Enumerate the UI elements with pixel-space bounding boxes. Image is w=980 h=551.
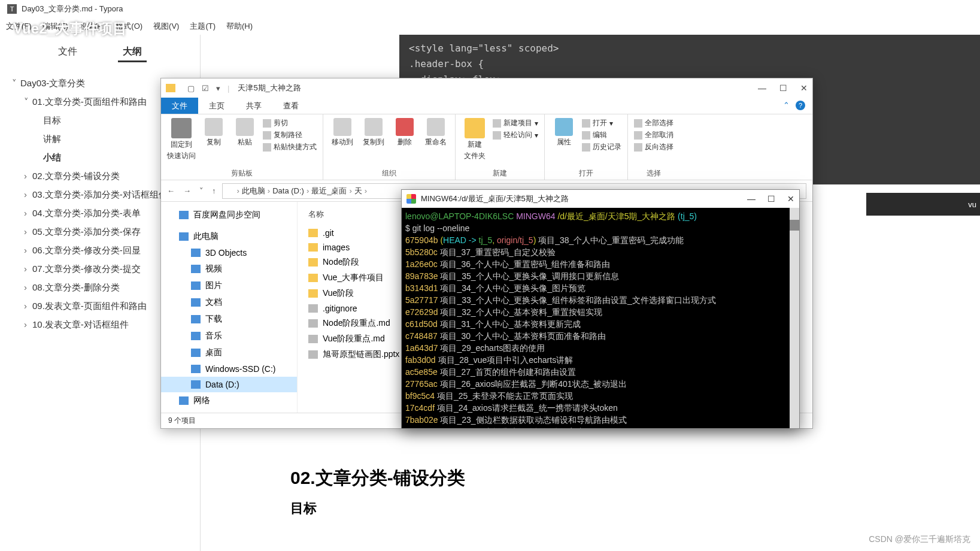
newitem-button[interactable]: 新建项目 ▾ [493, 118, 538, 128]
invert-button[interactable]: 反向选择 [634, 142, 673, 152]
menu-item[interactable]: 主题(T) [190, 21, 216, 32]
terminal-titlebar[interactable]: MINGW64:/d/最近_桌面/天津5期_大神之路 — ☐ ✕ [402, 190, 799, 208]
ribbon-collapse-icon[interactable]: ⌃ [783, 101, 790, 110]
dark-tab-bar: vu [866, 193, 980, 216]
copyto-button[interactable]: 复制到 [360, 118, 387, 147]
invert-icon [634, 143, 642, 152]
nav-item[interactable]: 网络 [161, 392, 297, 409]
scrollbar[interactable] [790, 208, 799, 428]
easyaccess-icon [493, 131, 501, 140]
rename-button[interactable]: 重命名 [423, 118, 449, 147]
delete-button[interactable]: 删除 [392, 118, 418, 147]
selectall-button[interactable]: 全部选择 [634, 118, 673, 128]
shortcut-icon [263, 143, 271, 152]
drive-icon [191, 298, 201, 307]
path-icon [263, 131, 271, 140]
properties-button[interactable]: 属性 [551, 118, 577, 147]
content-heading-3: 目标 [290, 499, 317, 517]
paste-shortcut-button[interactable]: 粘贴快捷方式 [263, 142, 317, 152]
nav-item[interactable]: 此电脑 [161, 228, 297, 245]
drive-icon [191, 380, 201, 389]
qat-dropdown-icon[interactable]: ▾ [216, 84, 220, 93]
outline-label: 04.文章分类-添加分类-表单 [32, 208, 141, 218]
nav-item[interactable]: 文档 [161, 294, 297, 311]
typora-menubar[interactable]: 文件(F)编辑(E)段落(P)格式(O)视图(V)主题(T)帮助(H) [0, 18, 980, 35]
term-maximize-button[interactable]: ☐ [767, 194, 775, 204]
sidebar-tab-files[interactable]: 文件 [53, 43, 82, 62]
term-close-button[interactable]: ✕ [787, 194, 794, 204]
nav-item[interactable]: Data (D:) [161, 377, 297, 392]
outline-label: 10.发表文章-对话框组件 [32, 319, 129, 329]
nav-forward-icon[interactable]: → [183, 186, 191, 195]
close-button[interactable]: ✕ [800, 83, 808, 93]
outline-label: Day03-文章分类 [20, 78, 85, 88]
terminal-window[interactable]: MINGW64:/d/最近_桌面/天津5期_大神之路 — ☐ ✕ lenovo@… [401, 189, 800, 429]
nav-recent-icon[interactable]: ˅ [199, 186, 204, 195]
ribbon-tab-home[interactable]: 主页 [198, 98, 235, 114]
drive-icon [191, 332, 201, 340]
history-button[interactable]: 历史记录 [582, 142, 621, 152]
outline-label: 07.文章分类-修改分类-提交 [32, 264, 141, 274]
outline-label: 小结 [43, 152, 61, 162]
help-icon[interactable]: ? [796, 101, 805, 110]
newitem-icon [493, 119, 501, 128]
qat-check-icon[interactable]: ☑ [202, 84, 209, 93]
paste-button[interactable]: 粘贴 [232, 118, 258, 147]
explorer-title-text: 天津5期_大神之路 [238, 83, 301, 93]
crumb[interactable]: 天 [354, 186, 362, 196]
minimize-button[interactable]: — [758, 83, 766, 93]
nav-up-icon[interactable]: ↑ [212, 186, 216, 195]
nav-item[interactable]: 视频 [161, 261, 297, 277]
sidebar-tab-outline[interactable]: 大纲 [118, 43, 147, 62]
nav-back-icon[interactable]: ← [167, 186, 175, 195]
ribbon-tab-view[interactable]: 查看 [272, 98, 310, 114]
nav-item[interactable]: 音乐 [161, 328, 297, 344]
outline-label: 09.发表文章-页面组件和路由 [32, 301, 147, 311]
chevron-icon: › [24, 245, 30, 255]
chevron-icon: › [24, 208, 30, 218]
drive-icon [179, 232, 189, 241]
ribbon-tab-file[interactable]: 文件 [161, 98, 198, 114]
drive-icon [191, 315, 201, 323]
folder-icon [308, 258, 318, 267]
nav-item[interactable]: 下载 [161, 311, 297, 328]
easyaccess-button[interactable]: 轻松访问 ▾ [493, 130, 538, 140]
nav-item[interactable]: 桌面 [161, 344, 297, 361]
term-minimize-button[interactable]: — [747, 194, 756, 204]
drive-icon [179, 396, 189, 405]
terminal-output[interactable]: lenovo@LAPTOP-4DIK6LSC MINGW64 /d/最近_桌面/… [402, 208, 799, 428]
copy-button[interactable]: 复制 [201, 118, 227, 147]
file-icon [308, 319, 318, 328]
scrollbar-thumb[interactable] [790, 220, 799, 231]
menu-item[interactable]: 视图(V) [153, 21, 179, 32]
copy-path-button[interactable]: 复制路径 [263, 130, 317, 140]
crumb[interactable]: 最近_桌面 [311, 186, 347, 196]
overlay-text: Vue2_大事件项目 [13, 19, 127, 38]
crumb[interactable]: 此电脑 [242, 186, 265, 196]
nav-item[interactable]: 百度网盘同步空间 [161, 207, 297, 223]
explorer-titlebar[interactable]: ▢ ☑ ▾ | 天津5期_大神之路 — ☐ ✕ [161, 78, 812, 98]
maximize-button[interactable]: ☐ [779, 83, 787, 93]
crumb[interactable]: Data (D:) [272, 186, 304, 195]
nav-item[interactable]: 图片 [161, 277, 297, 294]
open-button[interactable]: 打开 ▾ [582, 118, 621, 128]
selectnone-button[interactable]: 全部取消 [634, 130, 673, 140]
nav-item[interactable]: Windows-SSD (C:) [161, 361, 297, 377]
terminal-title-text: MINGW64:/d/最近_桌面/天津5期_大神之路 [421, 193, 569, 204]
chevron-icon: › [24, 301, 30, 311]
outline-label: 目标 [43, 115, 61, 125]
cut-button[interactable]: 剪切 [263, 118, 317, 128]
ribbon-tab-share[interactable]: 共享 [235, 98, 272, 114]
nav-item[interactable]: 3D Objects [161, 245, 297, 261]
outline-label: 02.文章分类-铺设分类 [32, 171, 120, 181]
nav-pane[interactable]: 百度网盘同步空间此电脑3D Objects视频图片文档下载音乐桌面Windows… [161, 202, 298, 413]
moveto-button[interactable]: 移动到 [329, 118, 356, 147]
pin-button[interactable]: 固定到快速访问 [167, 118, 196, 161]
typora-app-icon: T [7, 4, 17, 14]
qat-save-icon[interactable]: ▢ [187, 84, 195, 93]
menu-item[interactable]: 帮助(H) [226, 21, 253, 32]
folder-icon [308, 243, 318, 252]
selectall-icon [634, 119, 642, 128]
newfolder-button[interactable]: 新建文件夹 [462, 118, 488, 161]
edit-button[interactable]: 编辑 [582, 130, 621, 140]
